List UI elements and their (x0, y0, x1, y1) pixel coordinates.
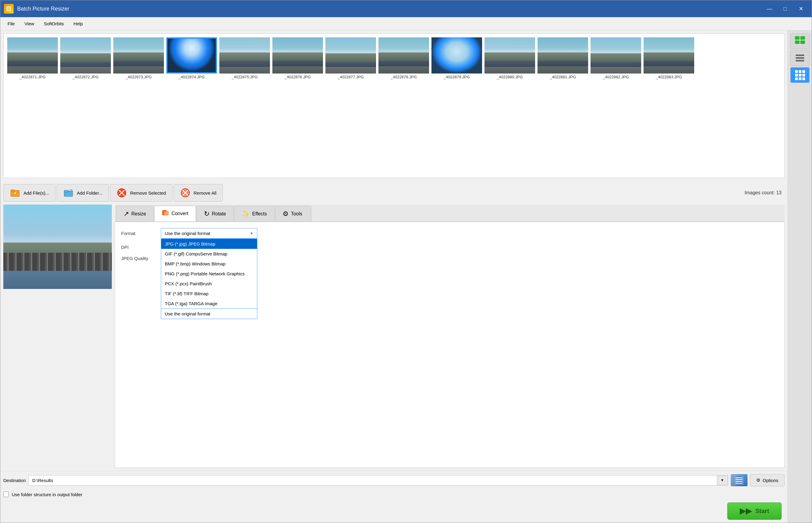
add-folder-button[interactable]: Add Folder... (57, 184, 109, 201)
tab-convert[interactable]: Convert (154, 206, 196, 221)
svg-rect-12 (164, 212, 168, 215)
format-dropdown: JPG (*.jpg) JPEG Bitmap GIF (*.gif) Comp… (161, 239, 257, 319)
destination-input[interactable] (28, 475, 728, 486)
main-window: 🖼 Batch Picture Resizer — □ ✕ File View … (0, 0, 812, 523)
destination-dropdown-button[interactable]: ▼ (717, 476, 728, 485)
list-item[interactable]: _4022882.JPG (591, 37, 641, 79)
thumbnail (485, 37, 535, 73)
app-icon: 🖼 (4, 4, 14, 14)
convert-icon (162, 209, 169, 218)
tab-effects-label: Effects (252, 211, 267, 217)
title-bar-left: 🖼 Batch Picture Resizer (4, 4, 69, 14)
dropdown-option-gif[interactable]: GIF (*.gif) CompuServe Bitmap (161, 249, 257, 259)
list-item[interactable]: _4022879.JPG (431, 37, 482, 79)
dropdown-option-tif[interactable]: TIF (*.tif) TIFF Bitmap (161, 289, 257, 299)
thumbnail (272, 37, 323, 73)
dropdown-option-original[interactable]: Use the original format (161, 308, 257, 319)
menu-bar: File View SoftOrbits Help (0, 17, 812, 31)
tab-tools[interactable]: ⚙ Tools (275, 206, 311, 221)
format-select-value: Use the original format (165, 231, 250, 236)
remove-selected-button[interactable]: Remove Selected (110, 184, 172, 201)
image-label: _4022875.JPG (232, 75, 258, 79)
image-label: _4022881.JPG (550, 75, 576, 79)
dropdown-option-jpg[interactable]: JPG (*.jpg) JPEG Bitmap (161, 239, 257, 249)
menu-help[interactable]: Help (69, 19, 88, 28)
dropdown-option-tga[interactable]: TGA (*.tga) TARGA Image (161, 299, 257, 308)
svg-rect-32 (799, 77, 801, 80)
dropdown-option-png[interactable]: PNG (*.png) Portable Network Graphics (161, 269, 257, 279)
folder-structure-checkbox[interactable] (3, 492, 9, 497)
sidebar-grid-large-button[interactable] (790, 33, 810, 49)
tab-resize[interactable]: ↗ Resize (116, 206, 154, 221)
svg-rect-19 (800, 36, 805, 39)
tabs: ↗ Resize Convert (115, 204, 784, 222)
remove-all-label: Remove All (194, 191, 217, 196)
bottom-bar: ▶▶ Start (0, 500, 788, 523)
close-button[interactable]: ✕ (794, 3, 808, 14)
dropdown-option-pcx[interactable]: PCX (*.pcx) PaintBrush (161, 279, 257, 289)
list-item[interactable]: _4022881.JPG (538, 37, 588, 79)
image-label: _4022872.JPG (73, 75, 99, 79)
add-files-icon: + (10, 187, 20, 198)
thumbnail (538, 37, 588, 73)
tab-effects[interactable]: ✨ Effects (234, 206, 274, 221)
svg-rect-4 (64, 191, 68, 192)
image-grid-container: _4022871.JPG _4022872.JPG _4022873.JPG _… (3, 33, 784, 178)
thumbnail (591, 37, 641, 73)
options-gear-icon: ⚙ (756, 477, 760, 483)
destination-browse-button[interactable] (730, 474, 747, 486)
sidebar-list-button[interactable] (790, 50, 810, 66)
format-select[interactable]: Use the original format ▼ (161, 228, 257, 239)
thumbnail (7, 37, 58, 73)
svg-rect-21 (800, 41, 805, 44)
destination-label: Destination (3, 478, 26, 483)
image-label: _4022880.JPG (497, 75, 523, 79)
list-item[interactable]: _4022872.JPG (60, 37, 111, 79)
image-label: _4022878.JPG (391, 75, 417, 79)
svg-text:+: + (14, 191, 16, 196)
thumbnail (325, 37, 376, 73)
menu-file[interactable]: File (3, 19, 20, 28)
format-row: Format Use the original format ▼ JPG (*.… (121, 228, 778, 239)
svg-rect-27 (802, 70, 805, 73)
destination-row: Destination ▼ ⚙ Options (0, 471, 788, 489)
maximize-button[interactable]: □ (778, 3, 792, 14)
list-item[interactable]: _4022883.JPG (644, 37, 694, 79)
svg-rect-31 (795, 77, 798, 80)
dpi-label: DPI (121, 245, 157, 250)
rotate-icon: ↻ (204, 210, 210, 218)
image-label: _4022874.JPG (179, 75, 205, 79)
dropdown-option-bmp[interactable]: BMP (*.bmp) Windows Bitmap (161, 259, 257, 269)
list-item[interactable]: _4022876.JPG (272, 37, 323, 79)
list-item[interactable]: _4022875.JPG (219, 37, 270, 79)
tab-resize-label: Resize (131, 211, 146, 217)
start-button[interactable]: ▶▶ Start (727, 503, 781, 520)
list-item[interactable]: _4022880.JPG (485, 37, 535, 79)
svg-rect-30 (802, 74, 805, 76)
list-item[interactable]: _4022873.JPG (113, 37, 164, 79)
options-button[interactable]: ⚙ Options (750, 474, 784, 486)
image-label: _4022879.JPG (444, 75, 470, 79)
menu-view[interactable]: View (20, 19, 39, 28)
thumbnail (113, 37, 164, 73)
list-item[interactable]: _4022877.JPG (325, 37, 376, 79)
list-item[interactable]: _4022878.JPG (378, 37, 429, 79)
preview-image (3, 204, 112, 289)
svg-rect-25 (795, 70, 798, 73)
tools-icon: ⚙ (283, 210, 289, 218)
image-label: _4022873.JPG (126, 75, 152, 79)
svg-rect-22 (796, 55, 804, 56)
add-files-label: Add File(s)... (23, 191, 49, 196)
menu-softorbits[interactable]: SoftOrbits (39, 19, 69, 28)
image-label: _4022876.JPG (285, 75, 311, 79)
remove-all-button[interactable]: Remove All (174, 184, 223, 201)
list-item[interactable]: _4022871.JPG (7, 37, 58, 79)
add-files-button[interactable]: + Add File(s)... (3, 184, 55, 201)
list-item[interactable]: _4022874.JPG (166, 37, 217, 79)
tab-rotate[interactable]: ↻ Rotate (196, 206, 234, 221)
sidebar-grid-small-button[interactable] (790, 67, 810, 83)
minimize-button[interactable]: — (762, 3, 777, 14)
resize-icon: ↗ (124, 210, 129, 218)
remove-all-icon (180, 187, 191, 198)
format-dropdown-arrow: ▼ (250, 231, 253, 236)
